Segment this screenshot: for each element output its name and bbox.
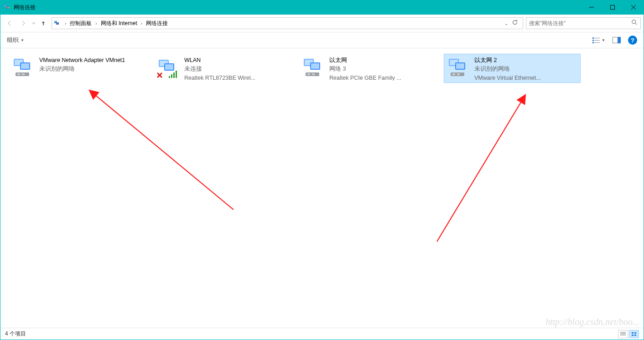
svg-rect-15: [594, 42, 600, 43]
content-area: VMware Network Adapter VMnet1 未识别的网络 WLA…: [0, 48, 644, 328]
svg-rect-29: [169, 76, 170, 78]
svg-point-8: [632, 20, 636, 24]
adapter-status: 未识别的网络: [39, 65, 143, 73]
toolbar: 组织 ▼ ▼ ?: [0, 32, 644, 48]
svg-rect-46: [452, 73, 455, 75]
network-adapter-icon: [301, 56, 326, 81]
svg-rect-52: [634, 332, 636, 334]
status-view-switcher: [618, 330, 639, 338]
recent-dropdown[interactable]: [31, 17, 37, 30]
svg-rect-17: [618, 37, 621, 43]
network-adapter-item[interactable]: 以太网 网络 3 Realtek PCIe GBE Family ...: [299, 54, 436, 83]
adapter-name: VMware Network Adapter VMnet1: [39, 56, 143, 65]
svg-rect-30: [171, 74, 172, 78]
status-count: 4 个项目: [5, 330, 26, 338]
svg-rect-21: [21, 63, 29, 69]
search-input[interactable]: [529, 20, 631, 26]
adapter-device: Realtek PCIe GBE Family ...: [329, 74, 433, 81]
svg-rect-23: [17, 73, 20, 75]
svg-rect-40: [312, 73, 315, 75]
network-adapter-icon: [156, 56, 181, 81]
chevron-down-icon[interactable]: ⌄: [504, 21, 508, 26]
organize-button[interactable]: 组织 ▼: [7, 36, 24, 44]
network-adapter-item[interactable]: 以太网 2 未识别的网络 VMware Virtual Ethernet...: [444, 54, 581, 83]
svg-rect-11: [594, 38, 600, 38]
close-button[interactable]: [623, 0, 644, 15]
network-adapter-icon: [11, 56, 36, 81]
chevron-right-icon[interactable]: ›: [95, 21, 97, 26]
minimize-button[interactable]: [581, 0, 602, 15]
help-button[interactable]: ?: [628, 36, 637, 45]
preview-pane-button[interactable]: [613, 37, 621, 43]
icons-view-button[interactable]: [629, 330, 639, 338]
network-adapter-icon: [446, 56, 471, 81]
network-adapter-item[interactable]: WLAN 未连接 Realtek RTL8723BE Wirel...: [154, 54, 291, 83]
refresh-button[interactable]: [509, 19, 521, 27]
maximize-button[interactable]: [602, 0, 623, 15]
search-icon[interactable]: [631, 19, 638, 27]
details-view-button[interactable]: [618, 330, 628, 338]
network-adapter-text: 以太网 网络 3 Realtek PCIe GBE Family ...: [329, 56, 433, 81]
adapter-device: VMware Virtual Ethernet...: [474, 74, 578, 81]
organize-label: 组织: [7, 36, 19, 44]
titlebar: 网络连接: [0, 0, 644, 15]
app-icon: [4, 4, 11, 11]
adapter-status: 未识别的网络: [474, 65, 578, 73]
network-adapter-text: WLAN 未连接 Realtek RTL8723BE Wirel...: [184, 56, 288, 81]
back-button[interactable]: [3, 17, 16, 30]
svg-rect-10: [592, 37, 594, 39]
svg-rect-51: [632, 332, 634, 334]
chevron-down-icon: ▼: [602, 38, 605, 42]
svg-rect-44: [456, 63, 464, 69]
network-adapter-text: VMware Network Adapter VMnet1 未识别的网络: [39, 56, 143, 81]
svg-rect-14: [592, 42, 594, 43]
view-mode-button[interactable]: ▼: [592, 37, 605, 43]
svg-line-9: [635, 23, 637, 25]
svg-rect-12: [592, 40, 594, 41]
chevron-right-icon[interactable]: ›: [141, 21, 142, 26]
svg-rect-47: [457, 73, 460, 75]
svg-rect-13: [594, 40, 600, 41]
breadcrumb-segment[interactable]: 网络连接: [144, 19, 170, 28]
statusbar: 4 个项目: [0, 328, 644, 340]
chevron-down-icon: ▼: [21, 38, 24, 42]
breadcrumb-icon: [54, 20, 61, 27]
breadcrumb[interactable]: › 控制面板 › 网络和 Internet › 网络连接 ⌄: [52, 17, 523, 29]
svg-rect-3: [611, 5, 615, 10]
svg-rect-39: [307, 73, 310, 75]
adapter-name: WLAN: [184, 56, 288, 65]
adapter-name: 以太网 2: [474, 56, 578, 65]
svg-rect-54: [634, 335, 636, 336]
svg-rect-24: [22, 73, 25, 75]
adapter-device: Realtek RTL8723BE Wirel...: [184, 74, 288, 81]
svg-rect-53: [632, 335, 634, 336]
adapter-name: 以太网: [329, 56, 433, 65]
up-button[interactable]: [38, 17, 49, 30]
network-adapter-item[interactable]: VMware Network Adapter VMnet1 未识别的网络: [9, 54, 145, 83]
network-adapter-text: 以太网 2 未识别的网络 VMware Virtual Ethernet...: [474, 56, 578, 81]
svg-rect-31: [173, 72, 175, 78]
window-controls: [581, 0, 644, 15]
breadcrumb-segment[interactable]: 网络和 Internet: [99, 19, 139, 28]
svg-rect-28: [165, 64, 173, 70]
search-box[interactable]: [526, 17, 641, 29]
svg-rect-37: [311, 63, 319, 69]
adapter-status: 未连接: [184, 65, 288, 73]
svg-rect-7: [56, 22, 59, 25]
addressbar: › 控制面板 › 网络和 Internet › 网络连接 ⌄: [0, 15, 644, 32]
forward-button[interactable]: [17, 17, 30, 30]
window-title: 网络连接: [14, 4, 581, 11]
breadcrumb-segment[interactable]: 控制面板: [68, 19, 93, 28]
adapter-status: 网络 3: [329, 65, 433, 73]
svg-rect-32: [176, 71, 177, 78]
chevron-right-icon[interactable]: ›: [65, 21, 66, 26]
